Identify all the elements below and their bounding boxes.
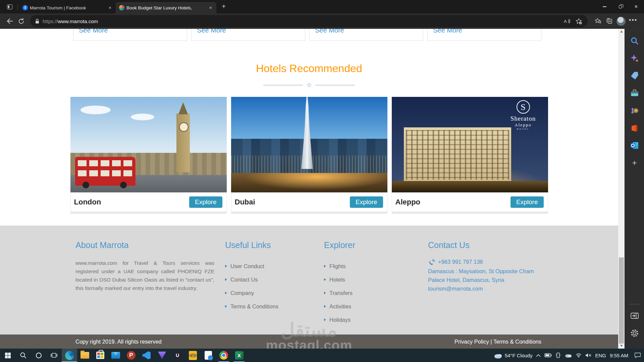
taskbar-store-icon[interactable] [93, 349, 108, 362]
wifi-icon[interactable] [576, 353, 582, 358]
url-scheme: https:// [43, 18, 58, 24]
settings-menu-icon[interactable]: ••• [627, 17, 639, 26]
office-icon[interactable] [628, 121, 641, 135]
hotel-card-london: London Explore [70, 97, 227, 214]
profile-avatar[interactable] [616, 17, 626, 26]
page-footer: About Marrota www.marrota.com for Travel… [0, 226, 618, 335]
volume-muted-icon[interactable] [585, 353, 591, 358]
contact-phone[interactable]: +963 991 797 138 [438, 257, 483, 266]
taskbar-mtn-icon[interactable]: MTN [185, 349, 201, 362]
taskbar-file-explorer-icon[interactable] [77, 349, 93, 362]
games-icon[interactable] [628, 104, 641, 117]
see-more-link[interactable]: See More [315, 29, 423, 34]
outlook-icon[interactable] [628, 139, 641, 152]
footer-link[interactable]: Contact Us [225, 276, 278, 284]
taskbar-ide-icon[interactable]: U [170, 349, 185, 362]
battery-icon[interactable] [544, 353, 552, 357]
taskbar-share-page-icon[interactable] [201, 349, 216, 362]
restore-button[interactable] [612, 0, 628, 13]
explore-button[interactable]: Explore [511, 196, 543, 208]
search-icon[interactable] [628, 34, 641, 48]
favorites-icon[interactable] [592, 15, 604, 27]
weather-widget[interactable]: 54°F Cloudy [493, 352, 533, 359]
clock[interactable]: 9:55 AM [610, 353, 628, 358]
explore-button[interactable]: Explore [350, 196, 383, 208]
taskbar-purple-app-icon[interactable] [154, 349, 170, 362]
hotel-city-label: Aleppo [395, 198, 511, 206]
taskbar-excel-icon[interactable]: X [231, 349, 247, 362]
scrollbar-thumb[interactable] [619, 257, 624, 344]
onedrive-icon[interactable] [565, 353, 572, 358]
copilot-sparkle-icon[interactable] [628, 52, 641, 65]
footer-link[interactable]: Holidays [324, 316, 355, 324]
see-more-link[interactable]: See More [197, 29, 305, 34]
cortana-icon[interactable] [31, 349, 46, 362]
contact-address: Damascus : Maysaloon, St Opposite Cham P… [428, 267, 546, 284]
phone-link-icon[interactable] [555, 353, 561, 358]
taskbar-edge-icon[interactable] [62, 349, 77, 362]
minimize-button[interactable] [597, 0, 612, 13]
partial-card: See More [309, 29, 423, 41]
sidebar-divider [629, 304, 640, 304]
aleppo-photo: S Sheraton Aleppo HOTEL [392, 97, 548, 192]
facebook-favicon: f [22, 5, 28, 10]
footer-link[interactable]: Flights [324, 262, 355, 270]
footer-link[interactable]: Activities [324, 302, 355, 310]
start-button[interactable] [0, 349, 15, 362]
scroll-up-icon[interactable] [618, 29, 625, 34]
tools-briefcase-icon[interactable] [628, 86, 641, 100]
tab-close-icon[interactable]: × [208, 5, 214, 11]
legal-links[interactable]: Privacy Policy | Terms & Conditions [454, 339, 541, 345]
tab-marrota[interactable]: Book Budget Star Luxury Hotels, × [116, 2, 216, 13]
hotel-city-label: Dubai [235, 198, 350, 206]
copyright-bar: Copy right 2019. All rights reserved Pri… [0, 335, 618, 349]
taskbar-vscode-icon[interactable] [139, 349, 154, 362]
refresh-icon[interactable] [15, 15, 27, 27]
hotel-city-label: London [74, 198, 190, 206]
language-indicator[interactable]: ENG [595, 353, 606, 358]
contact-email[interactable]: tourism@marrota.com [428, 284, 546, 293]
see-more-link[interactable]: See More [79, 29, 187, 34]
footer-heading: Useful Links [225, 240, 278, 250]
tab-separator [17, 4, 18, 10]
close-button[interactable]: × [628, 0, 644, 13]
footer-link[interactable]: Company [225, 289, 278, 297]
taskbar-search-icon[interactable] [15, 349, 31, 362]
about-text: www.marrota.com for Travel & Tours servi… [75, 259, 214, 292]
taskbar-chrome-icon[interactable] [216, 349, 231, 362]
sidebar-settings-gear-icon[interactable] [628, 326, 641, 340]
explore-button[interactable]: Explore [189, 196, 222, 208]
tray-chevron-up-icon[interactable] [536, 354, 541, 357]
new-tab-button[interactable]: + [219, 2, 228, 11]
collections-icon[interactable] [604, 15, 615, 27]
footer-link[interactable]: Transfers [324, 289, 355, 297]
page-scrollbar[interactable] [618, 29, 625, 349]
read-aloud-icon[interactable]: A [561, 15, 573, 27]
tab-close-icon[interactable]: × [107, 5, 113, 11]
scroll-down-icon[interactable] [618, 343, 625, 349]
footer-link[interactable]: Hotels [324, 276, 355, 284]
see-more-link[interactable]: See More [433, 29, 541, 34]
tab-title: Marrota Tourism | Facebook [30, 5, 105, 10]
marrota-favicon [119, 5, 124, 10]
footer-link[interactable]: Terms & Conditions [225, 302, 278, 310]
windows-taskbar: P U MTN X 54°F Cloudy ENG 9:55 AM [0, 349, 644, 362]
star-divider: ☆ [0, 82, 618, 88]
collapse-sidebar-icon[interactable] [628, 309, 641, 322]
arrow-bullet-icon [324, 305, 326, 308]
action-center-icon[interactable] [635, 353, 641, 358]
shopping-tag-icon[interactable] [628, 69, 641, 82]
back-icon[interactable] [4, 15, 15, 27]
sidebar-add-icon[interactable]: + [628, 156, 641, 170]
tab-actions-menu-icon[interactable] [5, 2, 15, 12]
taskbar-p-app-icon[interactable]: P [123, 349, 139, 362]
taskbar-mail-icon[interactable] [108, 349, 123, 362]
dubai-photo [231, 97, 387, 192]
arrow-bullet-icon [225, 305, 227, 308]
address-bar[interactable]: https://www.marrota.com A [30, 15, 588, 27]
task-view-icon[interactable] [46, 349, 62, 362]
add-favorite-icon[interactable] [573, 15, 584, 27]
hotel-cards-row: London Explore Dubai Explore [0, 97, 618, 214]
footer-link[interactable]: User Conduct [225, 262, 278, 270]
tab-facebook[interactable]: f Marrota Tourism | Facebook × [19, 2, 116, 13]
